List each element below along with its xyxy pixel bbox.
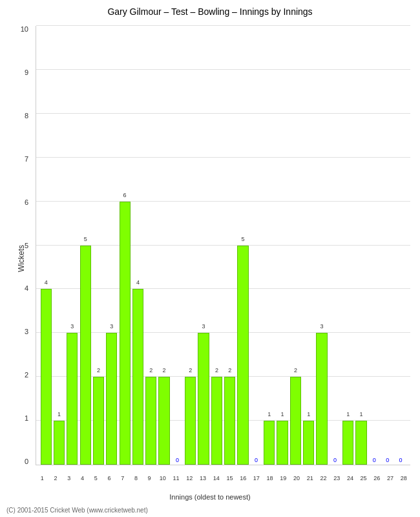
bar-group-8: 4	[131, 26, 144, 465]
x-label-25: 25	[357, 475, 370, 481]
bar-group-25: 1	[355, 26, 368, 465]
bar-16: 5	[237, 246, 248, 465]
bar-value-19: 1	[281, 411, 284, 417]
x-label-2: 2	[49, 475, 63, 481]
bar-value-5: 2	[97, 367, 100, 374]
bar-group-2: 1	[52, 26, 65, 465]
chart-title: Gary Gilmour – Test – Bowling – Innings …	[0, 0, 420, 20]
bar-value-25: 1	[360, 411, 363, 417]
x-label-17: 17	[250, 475, 264, 481]
y-tick-6: 6	[0, 199, 32, 206]
bar-zero-label-11: 0	[176, 457, 179, 463]
x-label-6: 6	[103, 475, 116, 481]
y-tick-3: 3	[0, 328, 32, 335]
copyright: (C) 2001-2015 Cricket Web (www.cricketwe…	[6, 507, 148, 514]
bar-19: 1	[277, 421, 288, 465]
bar-value-9: 2	[149, 367, 152, 374]
bar-3: 3	[67, 333, 78, 465]
y-tick-8: 8	[0, 112, 32, 120]
x-label-28: 28	[397, 475, 410, 481]
bar-value-22: 3	[320, 323, 324, 330]
bar-zero-label-27: 0	[386, 457, 389, 463]
x-label-22: 22	[317, 475, 330, 481]
bar-6: 3	[106, 333, 117, 465]
x-label-5: 5	[89, 475, 103, 481]
bar-group-3: 3	[66, 26, 79, 465]
bar-8: 4	[132, 289, 143, 465]
bar-group-15: 2	[224, 26, 236, 465]
bar-group-14: 2	[210, 26, 223, 465]
bar-group-10: 2	[158, 26, 171, 465]
bar-group-26: 0	[368, 26, 381, 465]
bar-value-21: 1	[307, 411, 310, 417]
bar-4: 5	[80, 246, 91, 465]
y-tick-2: 2	[0, 372, 32, 379]
bar-value-16: 5	[242, 236, 245, 242]
bar-group-18: 1	[263, 26, 276, 465]
bar-group-11: 0	[171, 26, 184, 465]
x-axis-title: Innings (oldest to newest)	[0, 493, 420, 501]
bar-value-6: 3	[110, 323, 113, 330]
bar-group-9: 2	[145, 26, 158, 465]
x-label-13: 13	[196, 475, 210, 481]
y-tick-4: 4	[0, 285, 32, 292]
bars-container: 4135236422023225011213011000	[36, 26, 410, 465]
y-tick-0: 0	[0, 458, 32, 465]
y-tick-1: 1	[0, 415, 32, 422]
bar-22: 3	[316, 333, 327, 465]
bar-group-7: 6	[118, 26, 131, 465]
y-axis-labels: 012345678910	[0, 26, 32, 465]
x-label-12: 12	[183, 475, 196, 481]
bar-group-12: 2	[184, 26, 197, 465]
bar-group-27: 0	[381, 26, 394, 465]
x-label-21: 21	[303, 475, 317, 481]
bar-15: 2	[224, 377, 235, 465]
bar-12: 2	[185, 377, 196, 465]
x-label-18: 18	[263, 475, 277, 481]
x-label-3: 3	[62, 475, 76, 481]
bar-value-24: 1	[346, 411, 350, 417]
bar-group-20: 2	[289, 26, 302, 465]
x-label-7: 7	[116, 475, 129, 481]
bar-zero-label-23: 0	[333, 457, 337, 463]
x-label-9: 9	[143, 475, 156, 481]
chart-container: Gary Gilmour – Test – Bowling – Innings …	[0, 0, 420, 517]
bar-9: 2	[145, 377, 156, 465]
bar-value-18: 1	[268, 411, 271, 417]
bar-value-1: 4	[45, 279, 48, 286]
x-label-24: 24	[344, 475, 357, 481]
bar-24: 1	[342, 421, 353, 465]
bar-value-15: 2	[228, 367, 231, 374]
bar-value-20: 2	[294, 367, 297, 374]
bar-14: 2	[211, 377, 222, 465]
bar-5: 2	[93, 377, 104, 465]
bar-zero-label-28: 0	[399, 457, 403, 463]
bar-group-19: 1	[276, 26, 289, 465]
y-tick-10: 10	[0, 26, 32, 33]
x-label-27: 27	[384, 475, 397, 481]
y-tick-5: 5	[0, 242, 32, 249]
bar-20: 2	[290, 377, 301, 465]
x-label-10: 10	[156, 475, 169, 481]
bar-zero-label-26: 0	[373, 457, 376, 463]
x-label-14: 14	[209, 475, 223, 481]
x-axis-labels: 1234567891011121314151617181920212223242…	[36, 475, 410, 481]
x-label-8: 8	[129, 475, 143, 481]
bar-10: 2	[158, 377, 169, 465]
bar-group-4: 5	[79, 26, 92, 465]
bar-group-5: 2	[92, 26, 105, 465]
bar-25: 1	[355, 421, 366, 465]
x-label-15: 15	[223, 475, 236, 481]
bar-group-1: 4	[39, 26, 52, 465]
bar-group-17: 0	[249, 26, 262, 465]
y-tick-7: 7	[0, 156, 32, 163]
chart-area: 4135236422023225011213011000	[36, 26, 410, 465]
bar-group-16: 5	[236, 26, 249, 465]
bar-group-28: 0	[394, 26, 407, 465]
bar-2: 1	[54, 421, 65, 465]
x-label-16: 16	[236, 475, 250, 481]
y-tick-9: 9	[0, 69, 32, 76]
bar-value-14: 2	[215, 367, 218, 374]
bar-value-2: 1	[58, 411, 61, 417]
bar-1: 4	[41, 289, 52, 465]
